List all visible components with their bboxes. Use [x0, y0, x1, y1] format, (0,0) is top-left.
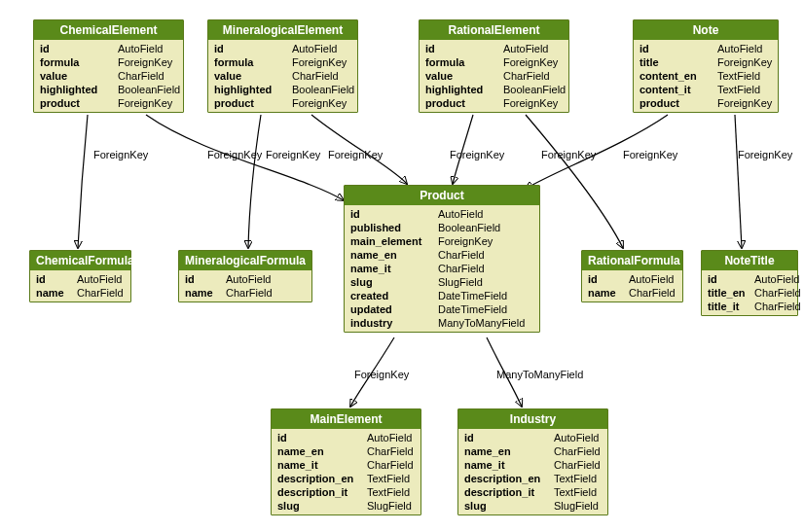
field-type: BooleanField — [503, 84, 566, 95]
edge-label: ManyToManyField — [496, 369, 583, 380]
field-type: TextField — [554, 486, 602, 498]
field-row: formulaForeignKey — [34, 55, 183, 69]
entity-title: MainElement — [272, 409, 420, 429]
field-type: TextField — [554, 473, 602, 484]
field-name: published — [350, 222, 438, 233]
field-row: productForeignKey — [34, 96, 183, 110]
edge-label: ForeignKey — [93, 149, 148, 160]
field-type: TextField — [367, 486, 415, 498]
field-row: name_itCharField — [458, 458, 607, 472]
entity-mineralogicalelement: MineralogicalElement idAutoField formula… — [207, 19, 358, 113]
entity-notetitle: NoteTitle idAutoField title_enCharField … — [701, 250, 798, 316]
entity-chemicalelement: ChemicalElement idAutoField formulaForei… — [33, 19, 184, 113]
field-type: ForeignKey — [717, 97, 772, 109]
field-row: formulaForeignKey — [208, 55, 357, 69]
field-row: slugSlugField — [458, 499, 607, 513]
field-row: idAutoField — [702, 272, 797, 286]
field-type: ForeignKey — [503, 97, 563, 109]
entity-title: ChemicalElement — [34, 20, 183, 40]
field-row: name_itCharField — [345, 262, 539, 275]
entity-mineralogicalformula: MineralogicalFormula idAutoField nameCha… — [178, 250, 312, 302]
field-name: name — [588, 287, 629, 299]
field-type: CharField — [754, 301, 801, 312]
field-type: TextField — [717, 70, 772, 82]
field-type: CharField — [77, 287, 125, 299]
entity-body: idAutoField formulaForeignKey valueCharF… — [34, 40, 183, 112]
field-type: ForeignKey — [118, 97, 177, 109]
field-name: id — [185, 273, 226, 285]
entity-body: idAutoField title_enCharField title_itCh… — [702, 270, 797, 315]
field-row: idAutoField — [272, 431, 420, 444]
field-row: content_itTextField — [634, 83, 778, 96]
entity-title: Note — [634, 20, 778, 40]
field-name: slug — [350, 276, 438, 288]
field-row: valueCharField — [208, 69, 357, 83]
field-name: product — [40, 97, 118, 109]
field-name: formula — [40, 56, 118, 68]
field-name: product — [640, 97, 717, 109]
field-name: id — [36, 273, 77, 285]
field-type: SlugField — [554, 500, 602, 512]
entity-title: Product — [345, 186, 539, 205]
field-row: idAutoField — [458, 431, 607, 444]
entity-body: idAutoField titleForeignKey content_enTe… — [634, 40, 778, 112]
field-type: TextField — [367, 473, 415, 484]
field-name: highlighted — [214, 84, 292, 95]
field-name: title_it — [708, 301, 754, 312]
field-type: ForeignKey — [438, 235, 533, 247]
field-row: description_enTextField — [272, 472, 420, 485]
field-row: name_itCharField — [272, 458, 420, 472]
field-name: value — [425, 70, 503, 82]
field-name: main_element — [350, 235, 438, 247]
field-row: createdDateTimeField — [345, 289, 539, 302]
field-name: id — [640, 43, 717, 54]
field-type: CharField — [554, 459, 602, 471]
field-type: AutoField — [292, 43, 351, 54]
field-row: productForeignKey — [634, 96, 778, 110]
field-type: AutoField — [438, 208, 533, 220]
field-row: nameCharField — [582, 286, 682, 300]
field-row: content_enTextField — [634, 69, 778, 83]
field-name: id — [425, 43, 503, 54]
field-type: CharField — [118, 70, 177, 82]
edge-label: ForeignKey — [450, 149, 504, 160]
field-name: description_en — [464, 473, 554, 484]
field-row: industryManyToManyField — [345, 316, 539, 330]
entity-body: idAutoField publishedBooleanField main_e… — [345, 205, 539, 332]
field-row: valueCharField — [420, 69, 568, 83]
field-name: id — [464, 432, 554, 443]
edge-label: ForeignKey — [354, 369, 409, 380]
field-row: idAutoField — [30, 272, 130, 286]
entity-rationalformula: RationalFormula idAutoField nameCharFiel… — [581, 250, 683, 302]
edge-label: ForeignKey — [207, 149, 262, 160]
field-name: content_it — [640, 84, 717, 95]
field-row: productForeignKey — [420, 96, 568, 110]
field-type: DateTimeField — [438, 303, 533, 315]
field-type: ManyToManyField — [438, 317, 533, 329]
field-row: idAutoField — [208, 42, 357, 55]
field-name: id — [588, 273, 629, 285]
entity-chemicalformula: ChemicalFormula idAutoField nameCharFiel… — [29, 250, 131, 302]
field-type: ForeignKey — [118, 56, 177, 68]
field-name: name — [185, 287, 226, 299]
field-type: AutoField — [717, 43, 772, 54]
field-type: CharField — [367, 459, 415, 471]
edge-label: ForeignKey — [328, 149, 383, 160]
field-row: formulaForeignKey — [420, 55, 568, 69]
field-type: AutoField — [554, 432, 602, 443]
field-name: id — [708, 273, 754, 285]
edge-label: ForeignKey — [738, 149, 792, 160]
field-name: highlighted — [425, 84, 503, 95]
entity-mainelement: MainElement idAutoField name_enCharField… — [271, 408, 421, 515]
field-type: AutoField — [77, 273, 125, 285]
field-name: name_en — [464, 445, 554, 457]
field-name: name_en — [277, 445, 367, 457]
field-type: ForeignKey — [717, 56, 772, 68]
field-row: name_enCharField — [345, 248, 539, 262]
field-name: id — [350, 208, 438, 220]
field-type: CharField — [754, 287, 801, 299]
field-name: id — [214, 43, 292, 54]
field-row: idAutoField — [345, 207, 539, 221]
entity-title: Industry — [458, 409, 607, 429]
field-type: AutoField — [629, 273, 676, 285]
